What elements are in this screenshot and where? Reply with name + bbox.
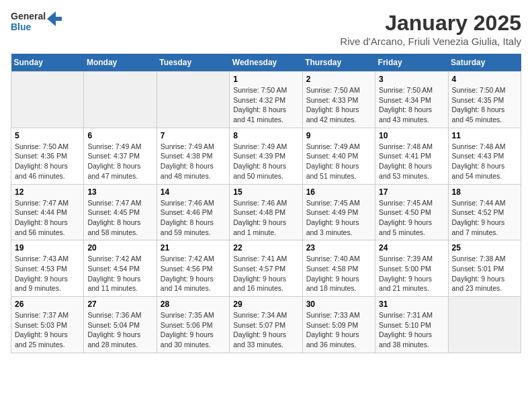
day-info: Sunrise: 7:50 AM Sunset: 4:35 PM Dayligh… — [452, 85, 517, 125]
calendar-cell: 18Sunrise: 7:44 AM Sunset: 4:52 PM Dayli… — [448, 184, 521, 240]
calendar-header-monday: Monday — [84, 54, 157, 72]
day-info: Sunrise: 7:47 AM Sunset: 4:45 PM Dayligh… — [87, 198, 152, 238]
calendar-cell: 3Sunrise: 7:50 AM Sunset: 4:34 PM Daylig… — [375, 72, 448, 128]
day-info: Sunrise: 7:50 AM Sunset: 4:36 PM Dayligh… — [15, 142, 80, 181]
day-number: 24 — [379, 243, 444, 253]
calendar-header-friday: Friday — [375, 54, 448, 72]
svg-marker-0 — [47, 11, 62, 26]
calendar-cell: 13Sunrise: 7:47 AM Sunset: 4:45 PM Dayli… — [84, 184, 157, 240]
day-number: 10 — [379, 131, 444, 140]
day-info: Sunrise: 7:45 AM Sunset: 4:50 PM Dayligh… — [379, 198, 444, 238]
day-info: Sunrise: 7:42 AM Sunset: 4:56 PM Dayligh… — [161, 254, 226, 293]
day-number: 25 — [452, 243, 517, 253]
calendar-cell: 9Sunrise: 7:49 AM Sunset: 4:40 PM Daylig… — [302, 128, 375, 184]
day-number: 6 — [87, 131, 152, 140]
calendar-cell: 24Sunrise: 7:39 AM Sunset: 5:00 PM Dayli… — [375, 240, 448, 297]
day-info: Sunrise: 7:37 AM Sunset: 5:03 PM Dayligh… — [15, 310, 80, 350]
calendar-week-2: 5Sunrise: 7:50 AM Sunset: 4:36 PM Daylig… — [11, 128, 521, 184]
calendar-header-saturday: Saturday — [448, 54, 521, 72]
logo-general: General — [11, 11, 46, 21]
calendar-cell: 16Sunrise: 7:45 AM Sunset: 4:49 PM Dayli… — [302, 184, 375, 240]
day-number: 5 — [15, 131, 80, 140]
calendar-cell — [84, 72, 157, 128]
calendar-header-thursday: Thursday — [302, 54, 375, 72]
day-info: Sunrise: 7:43 AM Sunset: 4:53 PM Dayligh… — [15, 254, 80, 293]
day-number: 11 — [452, 131, 517, 140]
calendar-table: SundayMondayTuesdayWednesdayThursdayFrid… — [11, 54, 521, 353]
calendar-cell: 19Sunrise: 7:43 AM Sunset: 4:53 PM Dayli… — [11, 240, 84, 297]
calendar-cell: 27Sunrise: 7:36 AM Sunset: 5:04 PM Dayli… — [84, 297, 157, 353]
calendar-week-5: 26Sunrise: 7:37 AM Sunset: 5:03 PM Dayli… — [11, 297, 521, 353]
calendar-cell — [448, 297, 521, 353]
day-number: 20 — [87, 243, 152, 253]
calendar-cell: 30Sunrise: 7:33 AM Sunset: 5:09 PM Dayli… — [302, 297, 375, 353]
day-info: Sunrise: 7:34 AM Sunset: 5:07 PM Dayligh… — [233, 310, 298, 350]
day-number: 27 — [87, 300, 152, 309]
main-title: January 2025 — [340, 11, 521, 36]
day-number: 16 — [306, 187, 371, 197]
calendar-cell: 6Sunrise: 7:49 AM Sunset: 4:37 PM Daylig… — [84, 128, 157, 184]
calendar-cell: 26Sunrise: 7:37 AM Sunset: 5:03 PM Dayli… — [11, 297, 84, 353]
day-number: 31 — [379, 300, 444, 309]
day-number: 2 — [306, 75, 371, 84]
day-number: 8 — [233, 131, 298, 140]
day-number: 14 — [161, 187, 226, 197]
day-info: Sunrise: 7:31 AM Sunset: 5:10 PM Dayligh… — [379, 310, 444, 350]
day-number: 23 — [306, 243, 371, 253]
logo: General Blue — [11, 11, 62, 32]
day-info: Sunrise: 7:46 AM Sunset: 4:48 PM Dayligh… — [233, 198, 298, 238]
day-info: Sunrise: 7:39 AM Sunset: 5:00 PM Dayligh… — [379, 254, 444, 293]
calendar-cell: 12Sunrise: 7:47 AM Sunset: 4:44 PM Dayli… — [11, 184, 84, 240]
day-number: 28 — [161, 300, 226, 309]
calendar-cell: 29Sunrise: 7:34 AM Sunset: 5:07 PM Dayli… — [230, 297, 302, 353]
calendar-cell — [11, 72, 84, 128]
day-info: Sunrise: 7:41 AM Sunset: 4:57 PM Dayligh… — [233, 254, 298, 293]
day-number: 22 — [233, 243, 298, 253]
calendar-header-wednesday: Wednesday — [230, 54, 302, 72]
calendar-cell: 20Sunrise: 7:42 AM Sunset: 4:54 PM Dayli… — [84, 240, 157, 297]
day-number: 3 — [379, 75, 444, 84]
calendar-cell: 28Sunrise: 7:35 AM Sunset: 5:06 PM Dayli… — [157, 297, 229, 353]
day-info: Sunrise: 7:49 AM Sunset: 4:38 PM Dayligh… — [161, 142, 226, 181]
calendar-week-3: 12Sunrise: 7:47 AM Sunset: 4:44 PM Dayli… — [11, 184, 521, 240]
day-info: Sunrise: 7:45 AM Sunset: 4:49 PM Dayligh… — [306, 198, 371, 238]
day-info: Sunrise: 7:48 AM Sunset: 4:41 PM Dayligh… — [379, 142, 444, 181]
day-info: Sunrise: 7:49 AM Sunset: 4:37 PM Dayligh… — [87, 142, 152, 181]
day-number: 30 — [306, 300, 371, 309]
calendar-header-tuesday: Tuesday — [157, 54, 229, 72]
day-number: 29 — [233, 300, 298, 309]
logo-arrow-icon — [47, 11, 62, 26]
calendar-cell: 25Sunrise: 7:38 AM Sunset: 5:01 PM Dayli… — [448, 240, 521, 297]
day-number: 18 — [452, 187, 517, 197]
calendar-cell: 22Sunrise: 7:41 AM Sunset: 4:57 PM Dayli… — [230, 240, 302, 297]
subtitle: Rive d'Arcano, Friuli Venezia Giulia, It… — [340, 36, 521, 47]
day-info: Sunrise: 7:47 AM Sunset: 4:44 PM Dayligh… — [15, 198, 80, 238]
calendar-header-sunday: Sunday — [11, 54, 84, 72]
day-info: Sunrise: 7:50 AM Sunset: 4:34 PM Dayligh… — [379, 85, 444, 125]
calendar-week-1: 1Sunrise: 7:50 AM Sunset: 4:32 PM Daylig… — [11, 72, 521, 128]
day-number: 4 — [452, 75, 517, 84]
calendar-week-4: 19Sunrise: 7:43 AM Sunset: 4:53 PM Dayli… — [11, 240, 521, 297]
day-info: Sunrise: 7:33 AM Sunset: 5:09 PM Dayligh… — [306, 310, 371, 350]
day-info: Sunrise: 7:48 AM Sunset: 4:43 PM Dayligh… — [452, 142, 517, 181]
calendar-cell: 31Sunrise: 7:31 AM Sunset: 5:10 PM Dayli… — [375, 297, 448, 353]
day-info: Sunrise: 7:42 AM Sunset: 4:54 PM Dayligh… — [87, 254, 152, 293]
calendar-cell: 21Sunrise: 7:42 AM Sunset: 4:56 PM Dayli… — [157, 240, 229, 297]
logo-blue: Blue — [11, 21, 46, 32]
day-number: 9 — [306, 131, 371, 140]
day-info: Sunrise: 7:50 AM Sunset: 4:32 PM Dayligh… — [233, 85, 298, 125]
day-info: Sunrise: 7:50 AM Sunset: 4:33 PM Dayligh… — [306, 85, 371, 125]
calendar-cell: 23Sunrise: 7:40 AM Sunset: 4:58 PM Dayli… — [302, 240, 375, 297]
day-number: 13 — [87, 187, 152, 197]
calendar-cell: 8Sunrise: 7:49 AM Sunset: 4:39 PM Daylig… — [230, 128, 302, 184]
calendar-cell: 2Sunrise: 7:50 AM Sunset: 4:33 PM Daylig… — [302, 72, 375, 128]
day-info: Sunrise: 7:35 AM Sunset: 5:06 PM Dayligh… — [161, 310, 226, 350]
calendar-cell: 15Sunrise: 7:46 AM Sunset: 4:48 PM Dayli… — [230, 184, 302, 240]
day-info: Sunrise: 7:36 AM Sunset: 5:04 PM Dayligh… — [87, 310, 152, 350]
page-header: General Blue January 2025 Rive d'Arcano,… — [11, 11, 521, 47]
calendar-cell: 14Sunrise: 7:46 AM Sunset: 4:46 PM Dayli… — [157, 184, 229, 240]
day-number: 21 — [161, 243, 226, 253]
day-info: Sunrise: 7:44 AM Sunset: 4:52 PM Dayligh… — [452, 198, 517, 238]
calendar-cell: 5Sunrise: 7:50 AM Sunset: 4:36 PM Daylig… — [11, 128, 84, 184]
day-info: Sunrise: 7:46 AM Sunset: 4:46 PM Dayligh… — [161, 198, 226, 238]
